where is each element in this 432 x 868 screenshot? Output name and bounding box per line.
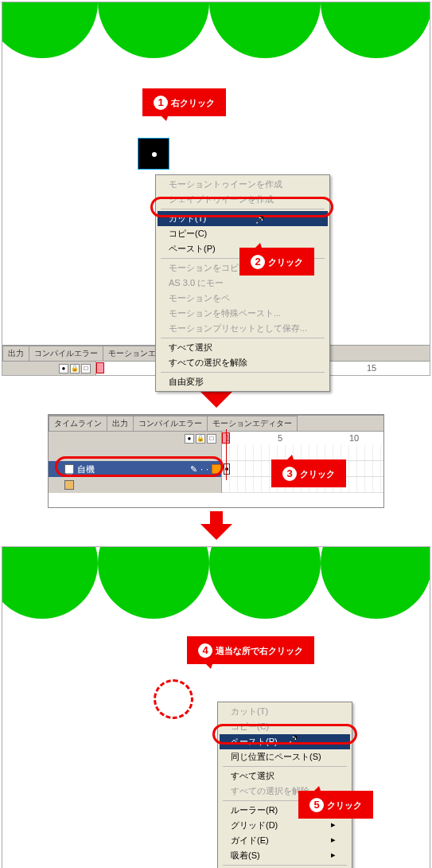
layer-dot-icon: · [200,464,203,474]
callout-text: クリック [300,469,335,479]
callout-4: 4適当な所で右クリック [187,636,314,664]
eye-icon[interactable]: ● [59,364,68,373]
keyframe[interactable] [224,463,230,475]
lock-icon[interactable]: 🔒 [196,434,205,444]
step-2-timeline-panel: タイムライン 出力 コンパイルエラー モーションエディター ● 🔒 □ 1 5 … [48,414,384,508]
callout-number: 4 [198,643,212,658]
playhead-line[interactable] [226,429,227,480]
green-circle [209,547,321,619]
menu-separator [223,766,347,767]
panel-tabs-2: タイムライン 出力 コンパイルエラー モーションエディター [49,415,383,431]
cursor-icon [289,732,298,745]
menu-select-all[interactable]: すべて選択 [158,340,328,355]
callout-number: 1 [154,96,168,110]
callout-5: 5クリック [298,791,373,819]
menu-cut[interactable]: カット(T) [220,704,350,719]
layer-color-icon[interactable] [212,464,221,474]
menu-paste-motion-special[interactable]: モーションを特殊ペースト... [158,306,328,321]
context-menu-1[interactable]: モーショントゥイーンを作成 シェイプトゥイーンを作成 カット(T) コピー(C)… [155,174,330,392]
step-3-panel: 4適当な所で右クリック カット(T) コピー(C) ペースト(P) 同じ位置にペ… [2,546,430,868]
registration-point-icon [152,152,157,157]
menu-separator [161,209,325,209]
layer-icon: ▢ [64,464,74,474]
lock-icon[interactable]: 🔒 [70,364,80,373]
menu-separator [161,338,325,338]
cursor-icon [255,213,265,225]
click-target-indicator [154,679,193,719]
ruler-ticks: 1 5 10 [222,432,383,445]
menu-deselect-all[interactable]: すべての選択を解除 [158,355,328,370]
submenu-arrow-icon: ▸ [331,850,336,860]
context-menu-3[interactable]: カット(T) コピー(C) ペースト(P) 同じ位置にペースト(S) すべて選択… [217,702,352,868]
submenu-arrow-icon: ▸ [331,835,336,845]
layer-header-icons: ● 🔒 □ [49,432,222,445]
green-circle [209,2,321,58]
layer-header-icons: ● 🔒 □ [2,362,96,375]
tab-motion-editor[interactable]: モーションエディター [207,416,298,431]
step-1-panel: 1右クリック モーショントゥイーンを作成 シェイプトゥイーンを作成 カット(T)… [2,2,430,376]
layer-row-script[interactable] [49,445,383,461]
menu-as3-motion[interactable]: AS 3.0 にモー [158,276,328,291]
green-circle [98,2,209,58]
layer-label-area[interactable] [49,477,222,493]
tab-output[interactable]: 出力 [107,416,134,431]
callout-text: クリック [327,800,362,810]
ruler-tick: 5 [278,433,282,443]
ruler-tick: 15 [367,363,376,373]
layer-label-area[interactable] [49,445,222,461]
arrow-down-icon [200,511,232,543]
menu-free-transform[interactable]: 自由変形 [158,374,328,389]
layer-name: 自機 [77,463,95,475]
tab-output[interactable]: 出力 [2,346,29,361]
pencil-icon: ✎ [190,464,197,475]
menu-copy[interactable]: コピー(C) [158,226,328,241]
tab-compile-error[interactable]: コンパイルエラー [133,416,208,431]
green-circle [2,547,98,619]
layer-label-area-selected[interactable]: ▢ 自機 ✎ · · [49,461,222,477]
callout-number: 2 [251,255,265,269]
menu-create-shape-tween[interactable]: シェイプトゥイーンを作成 [158,192,328,207]
menu-copy[interactable]: コピー(C) [220,719,350,734]
menu-paste-in-place[interactable]: 同じ位置にペースト(S) [220,749,350,764]
menu-separator [161,372,325,373]
layer-frames[interactable] [222,445,383,461]
green-circle [321,2,430,58]
green-circle [321,547,430,619]
menu-paste[interactable]: ペースト(P) [220,734,350,749]
menu-paste-motion[interactable]: モーションをペ [158,291,328,306]
layer-dot-icon: · [206,464,208,474]
callout-text: 適当な所で右クリック [216,646,303,655]
menu-cut[interactable]: カット(T) [158,211,328,226]
callout-number: 5 [309,798,324,812]
tab-compile-error[interactable]: コンパイルエラー [29,346,103,361]
outline-icon[interactable]: □ [207,434,216,444]
timeline-ruler-2[interactable]: ● 🔒 □ 1 5 10 [49,431,383,445]
submenu-arrow-icon: ▸ [331,819,336,830]
stage-canvas-3[interactable] [2,547,430,802]
menu-snap[interactable]: 吸着(S)▸ [220,848,350,863]
menu-create-motion-tween[interactable]: モーショントゥイーンを作成 [158,177,328,192]
folder-icon [64,480,74,490]
callout-text: 右クリック [171,98,215,108]
tab-timeline[interactable]: タイムライン [49,416,107,431]
menu-save-motion-preset[interactable]: モーションプリセットとして保存... [158,321,328,336]
callout-text: クリック [268,257,303,267]
menu-separator [223,865,347,866]
menu-guide[interactable]: ガイド(E)▸ [220,833,350,848]
menu-grid[interactable]: グリッド(D)▸ [220,818,350,833]
outline-icon[interactable]: □ [81,364,91,373]
callout-3: 3クリック [271,459,346,487]
selected-symbol[interactable] [138,138,169,170]
green-circle [98,547,209,619]
green-circle [2,2,98,58]
callout-1: 1右クリック [142,88,226,116]
eye-icon[interactable]: ● [185,434,194,444]
menu-select-all[interactable]: すべて選択 [220,768,350,784]
ruler-tick: 10 [349,433,359,443]
callout-number: 3 [282,467,297,481]
callout-2: 2クリック [239,248,314,276]
